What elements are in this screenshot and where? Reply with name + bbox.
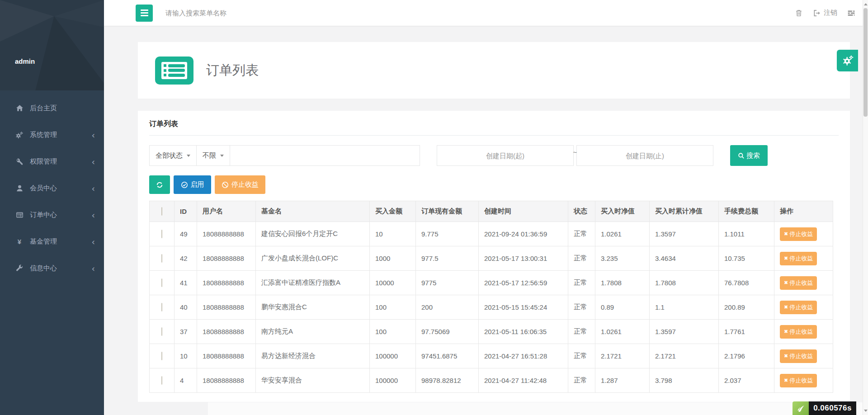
- cell-buy_amount: 100000: [370, 368, 416, 393]
- column-header-7: 状态: [568, 201, 595, 222]
- sidebar-item-label: 系统管理: [30, 131, 57, 139]
- enable-button[interactable]: 启用: [174, 175, 211, 194]
- cell-action: ✖停止收益: [774, 222, 833, 246]
- refresh-button[interactable]: [149, 175, 170, 194]
- stop-profit-row-button[interactable]: ✖停止收益: [780, 227, 817, 241]
- trace-time[interactable]: 0.060576s: [809, 401, 856, 415]
- row-checkbox-cell: [150, 344, 175, 368]
- cell-fee: 1.7761: [719, 320, 774, 344]
- scroll-down-arrow-icon[interactable]: [864, 410, 868, 412]
- column-header-10: 手续费总额: [719, 201, 774, 222]
- cell-current_amount: 9.775: [416, 222, 479, 246]
- row-checkbox[interactable]: [161, 254, 162, 263]
- cell-created_at: 2021-05-17 13:00:31: [479, 246, 568, 271]
- sidebar-item-label: 会员中心: [30, 184, 57, 193]
- yen-icon: ¥: [15, 238, 24, 245]
- sidebar-item-6[interactable]: ¥基金管理‹: [0, 228, 104, 255]
- date-from-input[interactable]: [437, 145, 574, 166]
- stop-profit-row-label: 停止收益: [789, 352, 813, 360]
- x-icon: ✖: [784, 377, 788, 383]
- date-range-separator: ~: [572, 148, 578, 156]
- status-filter-dropdown[interactable]: 全部状态: [149, 145, 197, 166]
- row-checkbox[interactable]: [161, 278, 162, 287]
- sidebar-item-7[interactable]: 信息中心‹: [0, 255, 104, 282]
- cell-acc_nav: 1.3597: [650, 222, 719, 246]
- row-checkbox[interactable]: [161, 303, 162, 311]
- stop-profit-row-button[interactable]: ✖停止收益: [780, 252, 817, 265]
- wrench-icon: [15, 264, 24, 272]
- sidebar-item-5[interactable]: 订单中心‹: [0, 202, 104, 228]
- sidebar-item-1[interactable]: 后台主页: [0, 95, 104, 122]
- trace-widget: 0.060576s: [793, 401, 856, 415]
- settings-gear-button[interactable]: [837, 50, 858, 71]
- row-checkbox-cell: [150, 246, 175, 271]
- cell-nav: 1.7808: [595, 271, 650, 295]
- cell-fund: 南方纯元A: [256, 320, 370, 344]
- sidebar-item-3[interactable]: 权限管理‹: [0, 148, 104, 175]
- x-icon: ✖: [784, 231, 788, 237]
- column-header-8: 买入时净值: [595, 201, 650, 222]
- table-row: 3718088888888南方纯元A10097.750692021-05-11 …: [150, 320, 833, 344]
- cell-buy_amount: 100: [370, 320, 416, 344]
- stop-profit-row-button[interactable]: ✖停止收益: [780, 374, 817, 387]
- sidebar-nav: 后台主页系统管理‹权限管理‹会员中心‹订单中心‹¥基金管理‹信息中心‹: [0, 90, 104, 282]
- stop-profit-row-label: 停止收益: [789, 230, 813, 238]
- page-title: 订单列表: [206, 61, 259, 80]
- sidebar-item-4[interactable]: 会员中心‹: [0, 175, 104, 202]
- cell-buy_amount: 100: [370, 295, 416, 320]
- row-checkbox[interactable]: [161, 230, 162, 238]
- topbar: 注销: [104, 0, 868, 26]
- row-checkbox[interactable]: [161, 376, 162, 385]
- sidebar-item-label: 后台主页: [30, 104, 57, 113]
- scrollbar-thumb[interactable]: [863, 8, 868, 117]
- x-icon: ✖: [784, 255, 788, 261]
- cell-buy_amount: 100000: [370, 344, 416, 368]
- search-button[interactable]: 搜索: [730, 145, 768, 166]
- cell-status: 正常: [568, 295, 595, 320]
- cell-id: 4: [175, 368, 197, 393]
- scroll-up-arrow-icon[interactable]: [864, 3, 868, 5]
- scrollbar[interactable]: [863, 0, 868, 415]
- date-to-input[interactable]: [576, 145, 713, 166]
- stop-profit-row-button[interactable]: ✖停止收益: [780, 325, 817, 339]
- cell-username: 18088888888: [197, 295, 256, 320]
- ban-icon: [222, 181, 229, 189]
- stop-profit-button-label: 停止收益: [231, 180, 259, 189]
- toolbar: 启用 停止收益: [149, 175, 839, 194]
- trash-icon[interactable]: [795, 9, 803, 17]
- tasks-icon[interactable]: [847, 9, 855, 17]
- cell-id: 49: [175, 222, 197, 246]
- range-filter-value: 不限: [203, 151, 216, 160]
- cell-acc_nav: 1.7808: [650, 271, 719, 295]
- cell-fund: 华安安享混合: [256, 368, 370, 393]
- cell-nav: 1.287: [595, 368, 650, 393]
- range-filter-dropdown[interactable]: 不限: [196, 145, 230, 166]
- select-all-checkbox[interactable]: [161, 207, 162, 216]
- cell-fee: 1.1011: [719, 222, 774, 246]
- row-checkbox[interactable]: [161, 352, 162, 360]
- stop-profit-row-button[interactable]: ✖停止收益: [780, 276, 817, 290]
- keyword-input[interactable]: [230, 145, 420, 166]
- cell-status: 正常: [568, 246, 595, 271]
- row-checkbox[interactable]: [161, 327, 162, 336]
- sign-out-icon: [813, 9, 821, 17]
- stop-profit-button[interactable]: 停止收益: [215, 175, 265, 194]
- cell-fund: 广发小盘成长混合(LOF)C: [256, 246, 370, 271]
- stop-profit-row-button[interactable]: ✖停止收益: [780, 349, 817, 363]
- cell-fund: 易方达新经济混合: [256, 344, 370, 368]
- cell-status: 正常: [568, 222, 595, 246]
- column-header-9: 买入时累计净值: [650, 201, 719, 222]
- cell-current_amount: 200: [416, 295, 479, 320]
- menu-search-input[interactable]: [165, 9, 310, 17]
- logout-link[interactable]: 注销: [813, 9, 837, 17]
- chevron-left-icon: ‹: [91, 159, 95, 165]
- sidebar-item-2[interactable]: 系统管理‹: [0, 122, 104, 148]
- thinkphp-flame-icon[interactable]: [793, 401, 809, 415]
- cell-fund: 建信安心回报6个月定开C: [256, 222, 370, 246]
- sidebar-toggle-button[interactable]: [136, 5, 153, 22]
- sidebar: admin 后台主页系统管理‹权限管理‹会员中心‹订单中心‹¥基金管理‹信息中心…: [0, 0, 104, 415]
- cell-current_amount: 9775: [416, 271, 479, 295]
- stop-profit-row-button[interactable]: ✖停止收益: [780, 301, 817, 314]
- cell-username: 18088888888: [197, 368, 256, 393]
- cell-fee: 10.735: [719, 246, 774, 271]
